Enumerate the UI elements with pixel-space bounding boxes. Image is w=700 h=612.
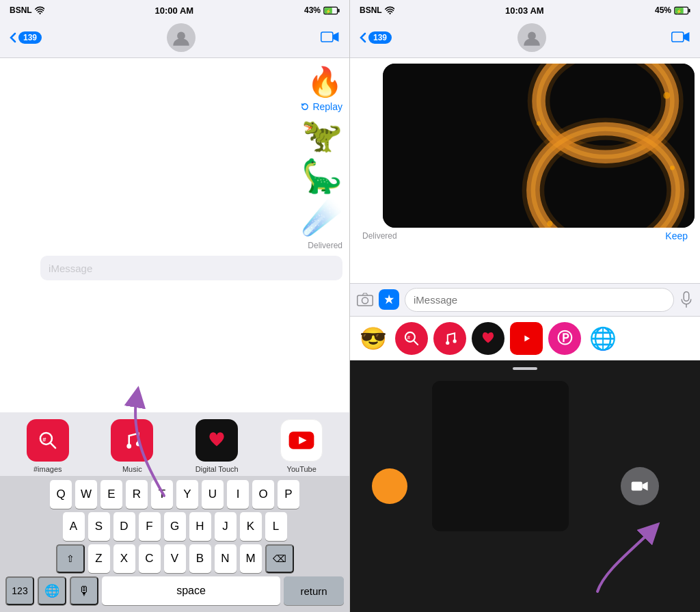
youtube-play-icon [288,431,314,450]
facetime-video-icon [631,479,649,493]
left-battery-icon: ⚡ [323,6,340,15]
music-note-icon [120,429,144,452]
stickers-row: 😎 # [350,316,700,360]
sticker-music[interactable] [433,322,466,355]
svg-point-0 [39,13,40,14]
key-V[interactable]: V [164,544,186,573]
key-M[interactable]: M [240,544,262,573]
key-N[interactable]: N [215,544,237,573]
right-wifi-icon [385,6,394,14]
app-digitaltouch-label: Digital Touch [196,465,239,473]
mic-key[interactable]: 🎙 [70,576,98,605]
sticker-youtube[interactable] [510,322,543,355]
key-R[interactable]: R [126,480,148,509]
key-I[interactable]: I [227,480,249,509]
left-carrier-wifi: BSNL [10,5,44,15]
key-P[interactable]: P [278,480,299,509]
camera-button[interactable] [357,293,373,306]
keyboard-row-2: A S D F G H J K L [3,512,347,541]
right-back-badge[interactable]: 139 [368,31,392,44]
number-mode-key[interactable]: 123 [5,576,34,605]
left-panel: BSNL 10:00 AM 43% ⚡ 139 [0,0,350,612]
key-Q[interactable]: Q [50,480,72,509]
app-icon-images[interactable]: # #images [27,419,69,473]
key-W[interactable]: W [75,480,97,509]
svg-text:⚡: ⚡ [676,8,682,14]
sticker-emoji[interactable]: 😎 [357,322,390,355]
right-video-call-button[interactable] [671,30,690,46]
imessage-bar [350,283,700,316]
key-S[interactable]: S [88,512,110,541]
key-H[interactable]: H [189,512,211,541]
key-T[interactable]: T [151,480,173,509]
facetime-button[interactable] [621,467,659,505]
sticker-digitaltouch[interactable] [472,322,504,355]
app-icon-music[interactable]: Music [111,419,153,473]
key-X[interactable]: X [113,544,135,573]
key-D[interactable]: D [113,512,135,541]
left-back-badge[interactable]: 139 [18,31,42,44]
svg-line-40 [414,340,418,344]
app-drawer-icons: # #images Music Digital Touc [0,412,349,476]
globe-key[interactable]: 🌐 [38,576,66,605]
right-delivered-row: Delivered Keep [355,228,695,244]
record-button[interactable] [372,468,407,504]
replay-button[interactable]: Replay [300,101,342,112]
left-battery: 43% ⚡ [304,5,340,15]
key-U[interactable]: U [202,480,224,509]
key-O[interactable]: O [252,480,274,509]
sticker-music-icon [441,330,459,347]
key-J[interactable]: J [215,512,237,541]
back-chevron-icon [10,32,16,43]
sticker-p[interactable]: Ⓟ [548,322,581,355]
right-status-bar: BSNL 10:03 AM 45% ⚡ [350,0,700,19]
glow-rings-image [383,64,695,228]
left-time: 10:00 AM [155,5,194,16]
key-C[interactable]: C [139,544,161,573]
left-input-bar[interactable]: iMessage [40,256,342,280]
sticker-globe[interactable]: 🌐 [587,322,619,355]
svg-text:#: # [407,334,411,341]
key-L[interactable]: L [265,512,287,541]
app-icon-digitaltouch[interactable]: Digital Touch [196,419,239,473]
key-B[interactable]: B [189,544,211,573]
key-Z[interactable]: Z [88,544,110,573]
images-icon-bg: # [27,419,69,462]
appstore-icon-bg [379,289,399,310]
right-contact-avatar [517,23,546,52]
left-video-call-button[interactable] [321,30,340,46]
shift-key[interactable]: ⇧ [56,544,85,573]
key-Y[interactable]: Y [176,480,198,509]
left-back-button[interactable]: 139 [10,31,42,44]
left-contact-avatar [167,23,196,52]
key-E[interactable]: E [100,480,122,509]
svg-point-10 [127,444,132,449]
app-images-label: #images [33,465,62,473]
space-key[interactable]: space [102,576,280,605]
keyboard-bottom-row: 123 🌐 🎙 space return [3,576,347,605]
app-youtube-label: YouTube [287,465,317,473]
delete-key[interactable]: ⌫ [265,544,294,573]
left-messages-area: 🔥 Replay 🦖 🦕 ☄️ Delivered iMessage [0,58,349,412]
svg-rect-45 [632,481,643,490]
key-F[interactable]: F [139,512,161,541]
right-carrier: BSNL [360,5,382,15]
svg-point-36 [362,297,368,304]
right-purple-arrow [577,489,686,598]
right-keep-button[interactable]: Keep [665,230,688,241]
svg-point-43 [453,339,457,343]
camera-icon [357,293,373,306]
sticker-search[interactable]: # [395,322,428,355]
mic-input-button[interactable] [679,291,693,308]
appstore-button[interactable] [379,289,399,310]
svg-marker-44 [524,335,530,341]
svg-point-30 [663,92,670,99]
key-G[interactable]: G [164,512,186,541]
app-icon-youtube[interactable]: YouTube [280,419,323,473]
imessage-input[interactable] [405,288,674,312]
key-K[interactable]: K [240,512,262,541]
sticker-youtube-icon [517,332,535,345]
key-A[interactable]: A [63,512,85,541]
right-back-button[interactable]: 139 [360,31,392,44]
return-key[interactable]: return [284,576,344,605]
